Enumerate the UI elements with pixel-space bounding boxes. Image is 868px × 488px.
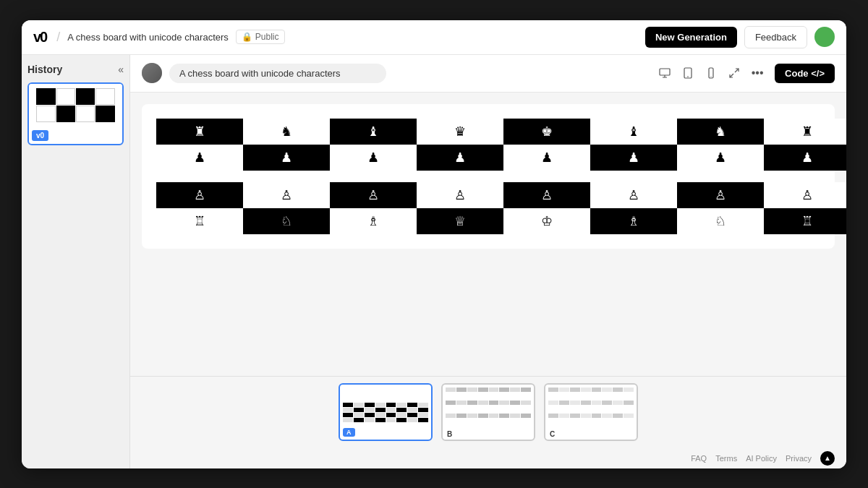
thumb-cell xyxy=(95,88,114,105)
avatar xyxy=(814,27,835,47)
topbar: v0 / A chess board with unicode characte… xyxy=(22,20,846,55)
chess-cell: ♚ xyxy=(503,119,590,145)
breadcrumb-title: A chess board with unicode characters xyxy=(67,32,229,43)
chess-row-2: ♟ ♟ ♟ ♟ ♟ ♟ ♟ ♟ xyxy=(156,145,820,171)
chess-cell: ♝ xyxy=(590,119,677,145)
feedback-button[interactable]: Feedback xyxy=(744,26,807,48)
sidebar-header: History « xyxy=(27,64,124,75)
thumb-mini-board xyxy=(36,88,115,122)
tablet-view-button[interactable] xyxy=(678,63,698,83)
thumb-content-b xyxy=(443,385,534,429)
board-gap xyxy=(156,171,820,182)
tab-a-badge: A xyxy=(343,428,355,437)
thumb-cell xyxy=(76,88,95,105)
mobile-view-button[interactable] xyxy=(701,63,721,83)
public-label: Public xyxy=(255,32,279,42)
thumb-preview xyxy=(29,84,122,127)
chess-cell: ♟ xyxy=(156,145,243,171)
chess-cell: ♝ xyxy=(330,119,417,145)
chess-cell: ♛ xyxy=(417,119,503,145)
chess-cell: ♟ xyxy=(590,145,677,171)
deploy-button[interactable]: ▲ xyxy=(820,451,835,466)
code-label: Code </> xyxy=(785,68,825,79)
ai-policy-link[interactable]: AI Policy xyxy=(746,454,777,463)
version-tab-b[interactable]: B xyxy=(441,383,535,441)
main-body: History « v0 xyxy=(22,55,846,468)
chess-cell: ♟ xyxy=(503,145,590,171)
chess-cell: ♙ xyxy=(677,182,764,208)
chess-cell: ♔ xyxy=(503,208,590,234)
chess-cell: ♜ xyxy=(156,119,243,145)
logo: v0 xyxy=(33,29,46,46)
chess-cell: ♙ xyxy=(417,182,503,208)
svg-rect-0 xyxy=(660,69,670,75)
footer: FAQ Terms AI Policy Privacy ▲ xyxy=(130,448,846,468)
svg-line-8 xyxy=(730,74,733,77)
chess-cell: ♞ xyxy=(243,119,330,145)
tab-c-label: C xyxy=(545,429,637,440)
sidebar-collapse-button[interactable]: « xyxy=(118,64,124,75)
svg-line-7 xyxy=(735,69,739,72)
chess-cell: ♟ xyxy=(677,145,764,171)
faq-link[interactable]: FAQ xyxy=(691,454,707,463)
chess-row-4: ♖ ♘ ♗ ♕ ♔ ♗ ♘ ♖ xyxy=(156,208,820,234)
sidebar-title: History xyxy=(27,64,62,75)
user-avatar xyxy=(142,63,162,83)
chess-cell: ♙ xyxy=(764,182,846,208)
chess-cell: ♙ xyxy=(503,182,590,208)
chess-cell: ♟ xyxy=(243,145,330,171)
thumb-cell xyxy=(76,106,95,122)
privacy-link[interactable]: Privacy xyxy=(786,454,812,463)
chess-cell: ♟ xyxy=(764,145,846,171)
chess-cell: ♟ xyxy=(330,145,417,171)
chess-cell: ♙ xyxy=(330,182,417,208)
version-badge: v0 xyxy=(32,130,48,141)
chess-row-3: ♙ ♙ ♙ ♙ ♙ ♙ ♙ ♙ xyxy=(156,182,820,208)
chess-cell: ♖ xyxy=(156,208,243,234)
sidebar: History « v0 xyxy=(22,55,130,468)
chess-cell: ♜ xyxy=(764,119,846,145)
content-area: A chess board with unicode characters xyxy=(130,55,846,468)
main-window: v0 / A chess board with unicode characte… xyxy=(22,20,846,468)
more-options-button[interactable]: ••• xyxy=(747,63,767,83)
breadcrumb-sep: / xyxy=(56,30,60,45)
tab-b-label: B xyxy=(443,429,534,440)
thumb-cell xyxy=(36,88,55,105)
chess-cell: ♘ xyxy=(243,208,330,234)
version-tab-a[interactable]: A xyxy=(339,383,433,441)
public-badge: 🔒 Public xyxy=(236,30,285,44)
thumb-content-c xyxy=(545,385,637,429)
preview-area: ♜ ♞ ♝ ♛ ♚ ♝ ♞ ♜ ♟ ♟ ♟ ♟ xyxy=(130,93,846,376)
chess-row-1: ♜ ♞ ♝ ♛ ♚ ♝ ♞ ♜ xyxy=(156,119,820,145)
prompt-bar: A chess board with unicode characters xyxy=(130,55,846,93)
terms-link[interactable]: Terms xyxy=(715,454,737,463)
view-icons: ••• xyxy=(655,63,767,83)
chess-cell: ♖ xyxy=(764,208,846,234)
prompt-text: A chess board with unicode characters xyxy=(169,64,386,83)
thumb-cell xyxy=(56,106,75,122)
thumb-cell xyxy=(95,106,114,122)
mini-board-a xyxy=(343,403,428,422)
chess-board: ♜ ♞ ♝ ♛ ♚ ♝ ♞ ♜ ♟ ♟ ♟ ♟ xyxy=(142,104,835,249)
chess-cell: ♗ xyxy=(590,208,677,234)
chess-cell: ♟ xyxy=(417,145,503,171)
expand-view-button[interactable] xyxy=(724,63,744,83)
chess-cell: ♙ xyxy=(156,182,243,208)
chess-cell: ♕ xyxy=(417,208,503,234)
chess-cell: ♙ xyxy=(243,182,330,208)
svg-point-4 xyxy=(687,76,689,77)
chess-cell: ♘ xyxy=(677,208,764,234)
version-tab-c[interactable]: C xyxy=(544,383,638,441)
desktop-view-button[interactable] xyxy=(655,63,675,83)
chess-cell: ♞ xyxy=(677,119,764,145)
thumb-cell xyxy=(36,106,55,122)
lock-icon: 🔒 xyxy=(242,32,252,42)
bottom-bar: A B xyxy=(130,376,846,448)
chess-cell: ♗ xyxy=(330,208,417,234)
code-button[interactable]: Code </> xyxy=(775,64,835,83)
chess-cell: ♙ xyxy=(590,182,677,208)
thumb-cell xyxy=(56,88,75,105)
svg-point-6 xyxy=(710,76,711,77)
history-thumb-item[interactable]: v0 xyxy=(27,82,124,145)
new-generation-button[interactable]: New Generation xyxy=(645,27,737,48)
